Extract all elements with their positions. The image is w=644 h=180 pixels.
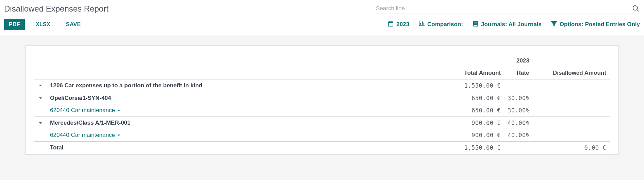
filter-journals[interactable]: Journals: All Journals (473, 21, 542, 28)
report-table: 2023 Total Amount Rate Disallowed Amount… (34, 55, 610, 154)
search-container (375, 3, 640, 14)
search-input[interactable] (375, 5, 632, 12)
period-header: 2023 (504, 55, 542, 67)
row-rate: 40.00% (504, 117, 542, 129)
row-disallowed (542, 92, 610, 105)
filter-period-label: 2023 (396, 21, 409, 28)
row-disallowed (542, 129, 610, 142)
total-disallowed: 0.00 € (542, 142, 610, 154)
filter-bar: 2023 Comparison: Journals: All Journals … (388, 21, 640, 28)
table-row: 620440 Car maintenance900.00 €40.00% (34, 129, 610, 142)
row-amount: 900.00 € (446, 117, 504, 129)
table-row: 1206 Car expenses up to a portion of the… (34, 79, 610, 92)
row-disallowed (542, 117, 610, 129)
content-area: 2023 Total Amount Rate Disallowed Amount… (0, 35, 644, 155)
account-link[interactable]: 620440 Car maintenance (50, 132, 121, 139)
row-label: 620440 Car maintenance (47, 104, 446, 117)
table-row: 620440 Car maintenance650.00 €30.00% (34, 104, 610, 117)
total-amount: 1,550.00 € (446, 142, 504, 154)
table-row: Opel/Corsa/1-SYN-404650.00 €30.00% (34, 92, 610, 105)
row-label: 620440 Car maintenance (47, 129, 446, 142)
caret-down-icon (117, 132, 121, 139)
save-button[interactable]: SAVE (61, 19, 86, 30)
row-amount: 900.00 € (446, 129, 504, 142)
account-link[interactable]: 620440 Car maintenance (50, 107, 121, 114)
caret-down-icon[interactable] (38, 95, 43, 102)
bar-chart-icon (419, 21, 425, 28)
row-rate: 30.00% (504, 92, 542, 105)
filter-period[interactable]: 2023 (388, 21, 409, 28)
filter-icon (551, 21, 557, 28)
col-disallowed: Disallowed Amount (542, 67, 610, 79)
export-buttons: PDF XLSX SAVE (4, 19, 86, 30)
filter-comparison-label: Comparison: (427, 21, 463, 28)
row-rate (504, 79, 542, 92)
report-sheet: 2023 Total Amount Rate Disallowed Amount… (25, 46, 619, 155)
caret-down-icon[interactable] (38, 82, 43, 89)
pdf-button[interactable]: PDF (4, 19, 25, 30)
calendar-icon (388, 21, 394, 28)
row-disallowed (542, 104, 610, 117)
filter-comparison[interactable]: Comparison: (419, 21, 463, 28)
caret-down-icon (117, 107, 121, 114)
row-amount: 1,550.00 € (446, 79, 504, 92)
row-rate: 40.00% (504, 129, 542, 142)
row-label[interactable]: 1206 Car expenses up to a portion of the… (47, 79, 446, 92)
filter-options-label: Options: Posted Entries Only (560, 21, 640, 28)
page-title: Disallowed Expenses Report (4, 4, 109, 14)
row-disallowed (542, 79, 610, 92)
table-row: Mercedes/Class A/1-MER-001900.00 €40.00% (34, 117, 610, 129)
col-rate: Rate (504, 67, 542, 79)
book-icon (473, 21, 478, 28)
xlsx-button[interactable]: XLSX (31, 19, 55, 30)
total-row: Total1,550.00 €0.00 € (34, 142, 610, 154)
row-rate: 30.00% (504, 104, 542, 117)
filter-options[interactable]: Options: Posted Entries Only (551, 21, 640, 28)
row-amount: 650.00 € (446, 104, 504, 117)
search-icon[interactable] (632, 5, 639, 12)
filter-journals-label: Journals: All Journals (481, 21, 542, 28)
col-total-amount: Total Amount (446, 67, 504, 79)
total-label: Total (47, 142, 446, 154)
row-amount: 650.00 € (446, 92, 504, 105)
top-bar: Disallowed Expenses Report PDF XLSX SAVE… (0, 0, 644, 35)
row-label[interactable]: Opel/Corsa/1-SYN-404 (47, 92, 446, 105)
row-label[interactable]: Mercedes/Class A/1-MER-001 (47, 117, 446, 129)
caret-down-icon[interactable] (38, 120, 43, 126)
